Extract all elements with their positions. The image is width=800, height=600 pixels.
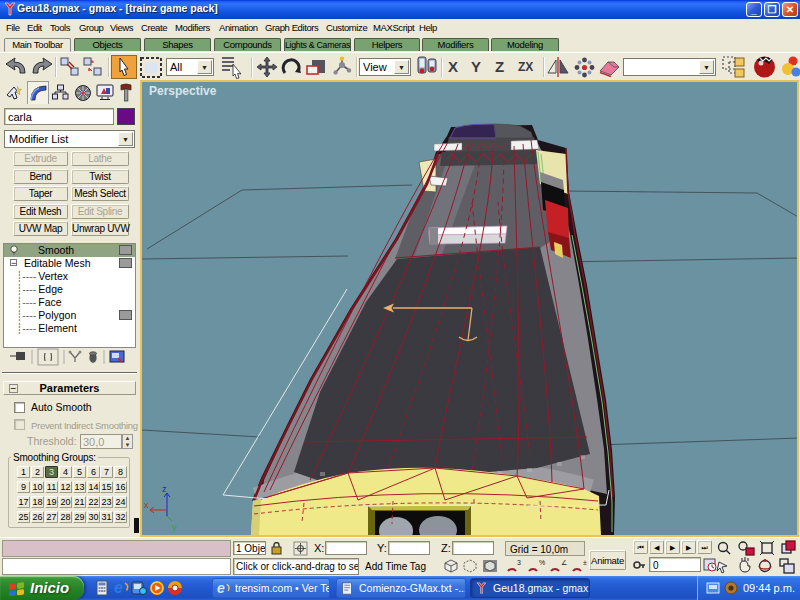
svg-text:y: y bbox=[172, 522, 177, 532]
svg-text:x: x bbox=[144, 500, 149, 510]
svg-text:∠: ∠ bbox=[561, 559, 567, 566]
svg-text:%: % bbox=[539, 559, 545, 566]
svg-text:e: e bbox=[114, 579, 123, 596]
svg-text:e: e bbox=[217, 581, 225, 596]
svg-text:z: z bbox=[162, 484, 167, 494]
svg-text:3: 3 bbox=[517, 559, 521, 566]
svg-text:±: ± bbox=[583, 559, 587, 566]
svg-text:Perspective: Perspective bbox=[149, 84, 217, 98]
